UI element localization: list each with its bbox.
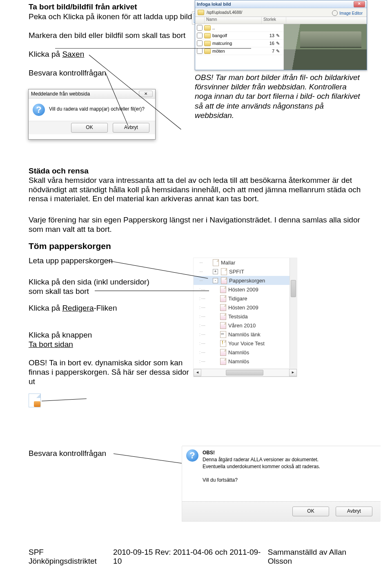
tree-item[interactable]: : ·····Your Voice Test <box>194 339 297 348</box>
footer-mid: 2010-09-15 Rev: 2011-04-06 och 2011-09-1… <box>113 548 268 566</box>
file-checkbox[interactable] <box>197 40 203 46</box>
window-title: Infoga lokal bild <box>197 2 231 7</box>
obs-dynamic-pages: OBS! Ta in bort ev. dynamiska sidor som … <box>29 358 192 386</box>
instr-find-trash: Leta upp papperskorgen <box>29 256 113 266</box>
tree-dots: : ····· <box>199 314 218 319</box>
footer-right: Sammanställd av Allan Olsson <box>268 548 372 566</box>
cancel-button[interactable]: Avbryt <box>113 123 149 133</box>
obs-note: OBS! Tar man bort bilder ifrån fil- och … <box>195 73 361 120</box>
warning-page-icon <box>220 340 226 347</box>
tree-item[interactable]: : ·····Tidigare <box>194 294 297 303</box>
tree-dots: : ····· <box>199 350 218 355</box>
page-icon <box>220 304 226 311</box>
tree-item[interactable]: : ·····Hösten 2009 <box>194 285 297 294</box>
col-name-header: Namn <box>205 17 262 24</box>
tree-item-label: SPFIT <box>229 269 244 275</box>
confirm-delete-all-dialog: ? OBS! Denna åtgärd raderar ALLA version… <box>182 446 381 521</box>
dialog-text: OBS! Denna åtgärd raderar ALLA versioner… <box>203 449 320 470</box>
page-footer: SPF Jönköpingsdistriktet 2010-09-15 Rev:… <box>29 548 372 566</box>
question-icon: ? <box>186 449 198 462</box>
ok-button[interactable]: OK <box>71 123 108 133</box>
connector-line <box>107 260 208 278</box>
tree-dots: : ····· <box>199 332 218 337</box>
file-list[interactable]: .. bangolf 13 ✎ matcuring 16 ✎ <box>195 24 284 70</box>
file-list-header: Namn Storlek <box>195 17 367 24</box>
tree-dots: : ····· <box>199 323 218 328</box>
tree-item-label: Våren 2010 <box>228 322 256 329</box>
page-icon <box>220 322 226 329</box>
tree-item[interactable]: ····+SPFIT <box>194 267 297 276</box>
pencil-icon[interactable]: ✎ <box>276 41 281 46</box>
file-row[interactable]: .. <box>195 24 283 32</box>
confirm-delete-dialog: Meddelande från webbsida ✕ ? Vill du rad… <box>28 89 156 140</box>
footer-left: SPF Jönköpingsdistriktet <box>29 548 113 566</box>
tree-item[interactable]: : ·····Hösten 2009 <box>194 303 297 312</box>
instr-klicka-saxen: Klicka på Saxen <box>29 50 84 59</box>
ok-button[interactable]: OK <box>292 507 329 516</box>
page-icon <box>221 268 227 275</box>
scroll-right-button[interactable]: ► <box>289 369 297 376</box>
question-icon: ? <box>33 104 45 116</box>
file-row[interactable]: matcuring 16 ✎ <box>195 40 283 47</box>
tree-item[interactable]: : ·····Namnlös länk <box>194 330 297 339</box>
pencil-icon[interactable]: ✎ <box>276 49 281 53</box>
tree-item-label: Your Voice Test <box>228 340 265 347</box>
tree-item-label: Tidigare <box>228 296 247 302</box>
tree-item-label: Namnlös länk <box>228 331 261 338</box>
page-icon <box>221 277 227 284</box>
navigation-tree[interactable]: ····Mallar····+SPFIT····-Papperskorgen: … <box>194 258 297 377</box>
tree-item[interactable]: : ·····Namnlös <box>194 348 297 357</box>
connector-line <box>42 398 87 401</box>
path-field: /spf/uploads/L4688/ <box>207 10 242 15</box>
image-editor-link[interactable]: Image Editor <box>330 10 364 16</box>
instr-answer-confirm: Besvara kontrollfrågan <box>29 449 106 458</box>
scroll-left-button[interactable]: ◄ <box>194 369 201 376</box>
cancel-button[interactable]: Avbryt <box>336 507 372 516</box>
collapse-icon[interactable]: - <box>213 278 218 283</box>
tree-item-label: Hösten 2009 <box>228 305 258 311</box>
instr-peka: Peka och Klicka på ikonen för att ladda … <box>29 12 192 22</box>
tree-dots: : ····· <box>199 359 218 364</box>
tree-item[interactable]: ····Mallar <box>194 258 297 267</box>
dialog-title: Meddelande från webbsida <box>31 91 90 97</box>
tree-item-label: Papperskorgen <box>229 278 265 284</box>
instr-click-button: Klicka på knappenTa bort sidan <box>29 331 92 349</box>
folder-icon <box>204 49 211 54</box>
instr-besvara: Besvara kontrollfrågan <box>29 69 106 78</box>
gear-icon <box>332 10 338 16</box>
tree-dots: ···· <box>199 278 211 283</box>
file-row[interactable]: bangolf 13 ✎ <box>195 32 283 40</box>
file-checkbox[interactable] <box>197 48 203 54</box>
tree-item-label: Testsida <box>228 313 248 320</box>
instr-markera: Markera den bild eller bildfil som skall… <box>29 31 185 40</box>
pencil-icon[interactable]: ✎ <box>276 33 281 38</box>
tree-item[interactable]: : ·····Testsida <box>194 312 297 321</box>
tree-item[interactable]: ····-Papperskorgen <box>194 276 297 285</box>
page-icon <box>220 313 226 320</box>
folder-icon <box>198 10 204 15</box>
horizontal-scrollbar[interactable]: ◄ ► <box>194 369 297 376</box>
tree-item-label: Namnlös <box>228 358 249 365</box>
page-icon <box>213 259 219 266</box>
folder-icon <box>204 25 211 31</box>
page-icon <box>220 286 226 293</box>
file-checkbox[interactable] <box>197 25 203 31</box>
folder-icon <box>204 33 211 38</box>
expand-icon[interactable]: + <box>213 269 218 274</box>
tree-item-label: Namnlös <box>228 349 249 356</box>
instr-click-edit-tab: Klicka på Redigera-Fliken <box>29 304 117 313</box>
tree-item[interactable]: : ·····Våren 2010 <box>194 321 297 330</box>
dynamic-page-icon <box>29 393 41 407</box>
file-checkbox[interactable] <box>197 33 203 38</box>
pencil-icon[interactable] <box>276 25 281 30</box>
connector-line <box>55 48 251 49</box>
tree-item[interactable]: : ·····Namnlös <box>194 357 297 366</box>
close-button[interactable]: ✕ <box>354 1 365 7</box>
link-page-icon <box>220 331 226 338</box>
dialog-question: Vill du fortsätta? <box>182 476 381 483</box>
heading-clean: Städa och rensa <box>29 167 89 175</box>
vertical-scrollbar[interactable] <box>290 258 297 368</box>
close-button[interactable]: ✕ <box>139 91 153 97</box>
tree-dots: : ····· <box>199 341 218 346</box>
insert-local-image-window: Infoga lokal bild ✕ /spf/uploads/L4688/ … <box>195 0 367 70</box>
